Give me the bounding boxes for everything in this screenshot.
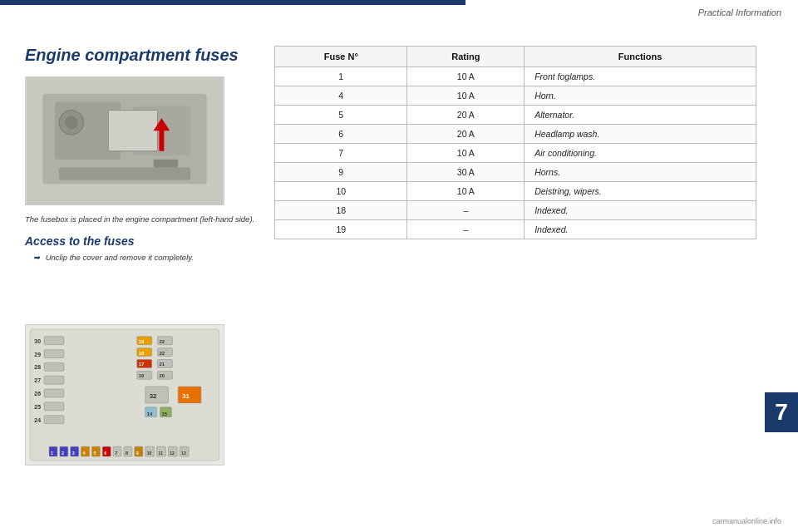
svg-text:4: 4 — [83, 451, 86, 456]
svg-text:20: 20 — [160, 373, 165, 378]
svg-text:15: 15 — [161, 411, 167, 416]
caption-text-content: The fusebox is placed in the engine comp… — [25, 214, 254, 224]
col-rating: Rating — [407, 47, 525, 67]
fuse-number-cell: 4 — [275, 86, 407, 106]
svg-rect-24 — [44, 402, 64, 411]
svg-text:16: 16 — [139, 373, 145, 378]
function-cell: Horns. — [525, 163, 756, 182]
fuse-number-cell: 1 — [275, 67, 407, 86]
svg-text:18: 18 — [139, 351, 145, 356]
table-row: 18–Indexed. — [275, 201, 756, 220]
access-instruction: ➡ Unclip the cover and remove it complet… — [33, 253, 266, 262]
table-row: 620 AHeadlamp wash. — [275, 125, 756, 144]
fuse-table: Fuse N° Rating Functions 110 AFront fogl… — [274, 46, 756, 239]
svg-text:11: 11 — [159, 451, 164, 456]
fuse-number-cell: 19 — [275, 220, 407, 239]
caption-text: The fusebox is placed in the engine comp… — [25, 214, 266, 224]
fuse-diagram: 30 29 28 27 26 25 24 19 22 18 22 17 21 1… — [25, 324, 224, 466]
svg-text:6: 6 — [104, 451, 106, 456]
access-instruction-text: Unclip the cover and remove it completel… — [46, 253, 194, 262]
svg-text:28: 28 — [34, 364, 41, 370]
svg-text:17: 17 — [139, 362, 145, 367]
top-bar — [0, 0, 466, 5]
table-row: 110 AFront foglamps. — [275, 67, 756, 86]
fuse-number-cell: 10 — [275, 182, 407, 201]
svg-rect-19 — [44, 337, 64, 345]
rating-cell: – — [407, 201, 525, 220]
function-cell: Headlamp wash. — [525, 125, 756, 144]
svg-rect-5 — [108, 110, 157, 150]
svg-text:22: 22 — [160, 339, 165, 344]
svg-text:19: 19 — [139, 339, 145, 344]
page-number: 7 — [775, 399, 788, 426]
svg-text:30: 30 — [34, 338, 41, 344]
table-row: 710 AAir conditioning. — [275, 144, 756, 163]
fuse-number-cell: 5 — [275, 106, 407, 125]
col-functions: Functions — [525, 47, 756, 67]
svg-rect-20 — [44, 350, 64, 358]
svg-text:29: 29 — [34, 352, 41, 357]
table-row: 520 AAlternator. — [275, 106, 756, 125]
svg-text:5: 5 — [93, 451, 96, 456]
rating-cell: 10 A — [407, 182, 525, 201]
function-cell: Deistring, wipers. — [525, 182, 756, 201]
header: Practical Information — [466, 0, 798, 25]
table-row: 930 AHorns. — [275, 163, 756, 182]
header-title: Practical Information — [698, 7, 781, 17]
svg-text:14: 14 — [147, 411, 153, 416]
col-fuse-number: Fuse N° — [275, 47, 407, 67]
engine-image — [25, 76, 224, 205]
rating-cell: 10 A — [407, 67, 525, 86]
svg-rect-23 — [44, 389, 64, 397]
section-title: Engine compartment fuses — [25, 46, 266, 65]
fuse-number-cell: 7 — [275, 144, 407, 163]
function-cell: Alternator. — [525, 106, 756, 125]
engine-svg — [26, 77, 224, 204]
function-cell: Front foglamps. — [525, 67, 756, 86]
svg-text:24: 24 — [34, 417, 41, 423]
bottom-logo: carmanualonline.info — [712, 517, 781, 525]
function-cell: Horn. — [525, 86, 756, 106]
rating-cell: 10 A — [407, 86, 525, 106]
svg-rect-25 — [44, 416, 64, 424]
rating-cell: – — [407, 220, 525, 239]
table-row: 19–Indexed. — [275, 220, 756, 239]
svg-text:7: 7 — [115, 451, 117, 456]
svg-text:9: 9 — [136, 451, 139, 456]
svg-point-8 — [65, 116, 78, 129]
svg-text:32: 32 — [150, 392, 157, 400]
svg-text:1: 1 — [51, 451, 53, 456]
rating-cell: 10 A — [407, 144, 525, 163]
svg-text:26: 26 — [34, 391, 41, 397]
function-cell: Indexed. — [525, 220, 756, 239]
table-row: 1010 ADeistring, wipers. — [275, 182, 756, 201]
svg-text:2: 2 — [62, 451, 64, 456]
svg-text:13: 13 — [181, 451, 186, 456]
rating-cell: 20 A — [407, 106, 525, 125]
left-content: Engine compartment fuses The fusebox is … — [25, 46, 266, 262]
svg-text:3: 3 — [72, 451, 75, 456]
bullet-arrow: ➡ — [33, 253, 40, 262]
function-cell: Air conditioning. — [525, 144, 756, 163]
svg-text:8: 8 — [126, 451, 128, 456]
svg-text:10: 10 — [147, 451, 152, 456]
fuse-number-cell: 6 — [275, 125, 407, 144]
svg-rect-9 — [154, 160, 179, 168]
function-cell: Indexed. — [525, 201, 756, 220]
svg-text:21: 21 — [160, 362, 165, 367]
svg-text:12: 12 — [170, 451, 175, 456]
svg-rect-4 — [59, 168, 190, 180]
svg-text:25: 25 — [34, 404, 41, 410]
svg-text:27: 27 — [34, 377, 41, 383]
fuse-diagram-svg: 30 29 28 27 26 25 24 19 22 18 22 17 21 1… — [26, 325, 224, 465]
fuse-number-cell: 9 — [275, 163, 407, 182]
access-title: Access to the fuses — [25, 234, 266, 248]
logo-text: carmanualonline.info — [712, 517, 781, 525]
rating-cell: 20 A — [407, 125, 525, 144]
svg-text:22: 22 — [160, 351, 165, 356]
svg-rect-21 — [44, 362, 64, 371]
svg-rect-22 — [44, 376, 64, 384]
table-row: 410 AHorn. — [275, 86, 756, 106]
page-number-badge: 7 — [765, 392, 798, 432]
rating-cell: 30 A — [407, 163, 525, 182]
